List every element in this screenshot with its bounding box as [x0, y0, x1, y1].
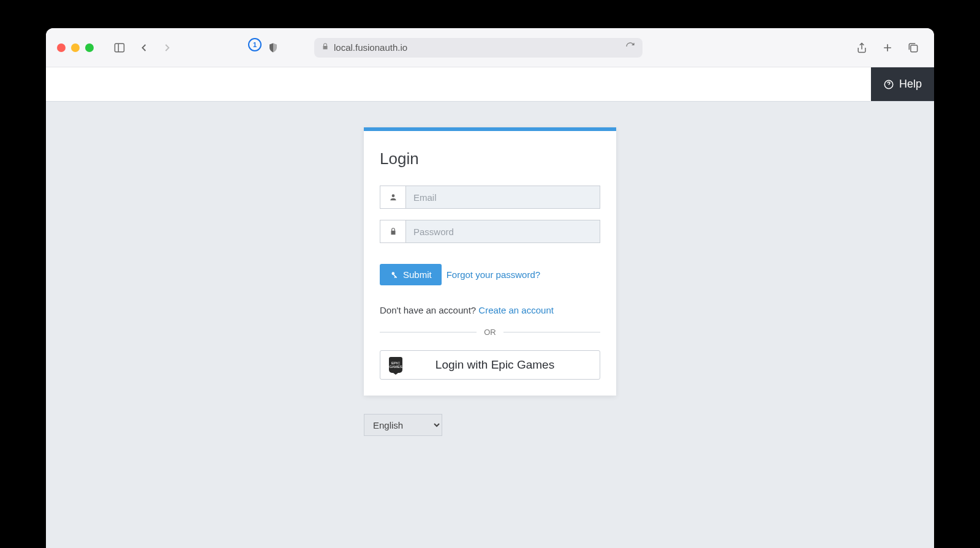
- forward-button[interactable]: [157, 38, 177, 58]
- email-input[interactable]: [405, 186, 600, 209]
- share-icon[interactable]: [852, 38, 872, 58]
- privacy-shield-icon[interactable]: [266, 38, 280, 58]
- user-icon: [380, 186, 405, 209]
- or-divider: OR: [380, 328, 600, 337]
- close-window-button[interactable]: [57, 43, 66, 52]
- browser-window: 1 local.fusionauth.io: [46, 28, 934, 548]
- login-title: Login: [380, 149, 600, 168]
- url-text: local.fusionauth.io: [334, 42, 407, 53]
- lock-icon: [380, 220, 405, 243]
- signup-line: Don't have an account? Create an account: [380, 305, 600, 315]
- no-account-text: Don't have an account?: [380, 305, 478, 315]
- language-select[interactable]: English: [364, 414, 442, 436]
- tabs-overview-icon[interactable]: [903, 38, 923, 58]
- reload-icon[interactable]: [625, 42, 635, 53]
- url-bar[interactable]: local.fusionauth.io: [314, 38, 643, 58]
- help-button[interactable]: Help: [871, 67, 934, 101]
- svg-rect-4: [911, 45, 918, 51]
- help-label: Help: [899, 78, 922, 91]
- password-row: [380, 220, 600, 243]
- sso-label: Login with Epic Games: [411, 358, 591, 372]
- submit-label: Submit: [403, 269, 432, 280]
- new-tab-icon[interactable]: [878, 38, 897, 58]
- password-input[interactable]: [405, 220, 600, 243]
- app-header: Help: [46, 67, 934, 102]
- forgot-password-link[interactable]: Forgot your password?: [447, 269, 540, 280]
- page-viewport: Help Login: [46, 67, 934, 548]
- window-controls: [57, 43, 94, 52]
- login-card: Login Submit: [364, 127, 616, 396]
- help-icon: [883, 79, 894, 90]
- email-row: [380, 186, 600, 209]
- login-epic-games-button[interactable]: EPIC GAMES Login with Epic Games: [380, 350, 600, 380]
- login-area: Login Submit: [46, 102, 934, 436]
- lock-icon: [322, 42, 329, 53]
- create-account-link[interactable]: Create an account: [478, 305, 554, 315]
- or-label: OR: [484, 328, 496, 337]
- onepassword-extension-icon[interactable]: 1: [248, 38, 262, 51]
- sidebar-toggle-icon[interactable]: [110, 38, 129, 58]
- browser-chrome: 1 local.fusionauth.io: [46, 28, 934, 67]
- epic-games-icon: EPIC GAMES: [389, 357, 402, 373]
- key-icon: [390, 271, 398, 279]
- language-select-wrap: English: [364, 414, 442, 436]
- maximize-window-button[interactable]: [85, 43, 94, 52]
- svg-point-6: [391, 194, 394, 197]
- back-button[interactable]: [134, 38, 154, 58]
- minimize-window-button[interactable]: [71, 43, 80, 52]
- svg-rect-0: [115, 43, 124, 51]
- submit-button[interactable]: Submit: [380, 264, 442, 285]
